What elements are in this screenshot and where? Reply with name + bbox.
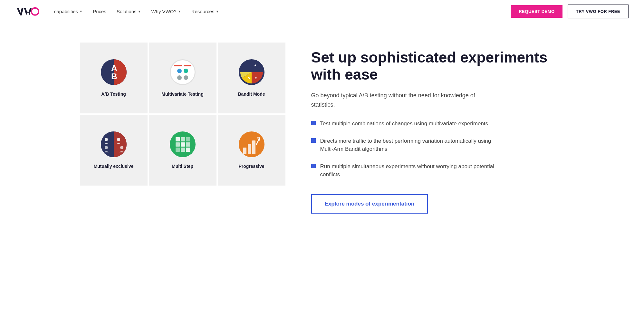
multi-step-label: Multi Step bbox=[172, 164, 193, 169]
navbar: capabilities ▼ Prices Solutions ▼ Why VW… bbox=[0, 0, 644, 23]
main-heading: Set up sophisticated experiments with ea… bbox=[311, 49, 564, 83]
request-demo-button[interactable]: REQUEST DEMO bbox=[511, 5, 562, 18]
multivariate-label: Multivariate Testing bbox=[161, 91, 203, 97]
nav-whyvwo[interactable]: Why VWO? ▼ bbox=[151, 9, 181, 14]
mutually-exclusive-label: Mutually exclusive bbox=[94, 164, 134, 169]
right-content: Set up sophisticated experiments with ea… bbox=[311, 43, 564, 214]
svg-rect-19 bbox=[248, 144, 251, 154]
multivariate-card[interactable]: Multivariate Testing bbox=[149, 43, 216, 113]
svg-rect-14 bbox=[186, 142, 190, 147]
main-description: Go beyond typical A/B testing without th… bbox=[311, 91, 492, 110]
multi-step-card[interactable]: Multi Step bbox=[149, 115, 216, 186]
svg-text:A: A bbox=[254, 64, 256, 67]
chevron-down-icon: ▼ bbox=[216, 10, 219, 13]
bullet-item-3: Run multiple simultaneous experiments wi… bbox=[311, 162, 498, 179]
nav-links: capabilities ▼ Prices Solutions ▼ Why VW… bbox=[54, 9, 511, 14]
progressive-icon bbox=[239, 131, 264, 157]
bullet-square-icon bbox=[311, 138, 316, 143]
explore-button[interactable]: Explore modes of experimentation bbox=[311, 194, 428, 214]
progressive-label: Progressive bbox=[238, 164, 264, 169]
svg-rect-12 bbox=[176, 142, 180, 147]
svg-rect-13 bbox=[181, 142, 185, 147]
svg-point-1 bbox=[34, 7, 36, 9]
chevron-down-icon: ▼ bbox=[178, 10, 181, 13]
main-content: A B A/B Testing bbox=[64, 23, 580, 233]
nav-capabilities[interactable]: capabilities ▼ bbox=[54, 9, 82, 14]
bullet-list: Test multiple combinations of changes us… bbox=[311, 120, 564, 179]
svg-rect-15 bbox=[176, 148, 180, 152]
ab-testing-icon: A B bbox=[101, 59, 127, 85]
nav-buttons: REQUEST DEMO TRY VWO FOR FREE bbox=[511, 5, 629, 18]
svg-rect-17 bbox=[186, 148, 190, 152]
svg-rect-10 bbox=[181, 137, 185, 141]
chevron-down-icon: ▼ bbox=[138, 10, 141, 13]
svg-rect-11 bbox=[186, 137, 190, 141]
svg-text:B: B bbox=[248, 77, 250, 80]
multi-step-icon bbox=[170, 131, 196, 157]
svg-rect-18 bbox=[243, 148, 246, 154]
nav-prices[interactable]: Prices bbox=[93, 9, 106, 14]
mutually-exclusive-icon bbox=[101, 131, 127, 157]
progressive-card[interactable]: Progressive bbox=[218, 115, 285, 186]
svg-point-6 bbox=[105, 146, 108, 149]
bullet-square-icon bbox=[311, 164, 316, 168]
multivariate-icon bbox=[170, 59, 196, 85]
nav-resources[interactable]: Resources ▼ bbox=[191, 9, 219, 14]
bullet-square-icon bbox=[311, 121, 316, 125]
logo[interactable] bbox=[15, 5, 39, 18]
bandit-card[interactable]: A B C Bandit Mode bbox=[218, 43, 285, 113]
bandit-label: Bandit Mode bbox=[238, 91, 265, 97]
svg-point-5 bbox=[105, 138, 108, 141]
ab-testing-label: A/B Testing bbox=[101, 91, 126, 97]
svg-text:C: C bbox=[255, 77, 257, 80]
bandit-icon: A B C bbox=[239, 59, 264, 85]
svg-rect-9 bbox=[176, 137, 180, 141]
svg-point-7 bbox=[117, 138, 120, 141]
svg-point-8 bbox=[120, 146, 123, 149]
nav-solutions[interactable]: Solutions ▼ bbox=[117, 9, 141, 14]
mutually-exclusive-card[interactable]: Mutually exclusive bbox=[80, 115, 148, 186]
bullet-item-1: Test multiple combinations of changes us… bbox=[311, 120, 498, 128]
svg-point-0 bbox=[32, 8, 39, 15]
ab-testing-card[interactable]: A B A/B Testing bbox=[80, 43, 148, 113]
bullet-item-2: Directs more traffic to the best perform… bbox=[311, 137, 498, 153]
experiment-grid: A B A/B Testing bbox=[80, 43, 285, 186]
chevron-down-icon: ▼ bbox=[79, 10, 82, 13]
try-free-button[interactable]: TRY VWO FOR FREE bbox=[568, 5, 629, 18]
svg-rect-16 bbox=[181, 148, 185, 152]
svg-rect-20 bbox=[252, 140, 255, 154]
